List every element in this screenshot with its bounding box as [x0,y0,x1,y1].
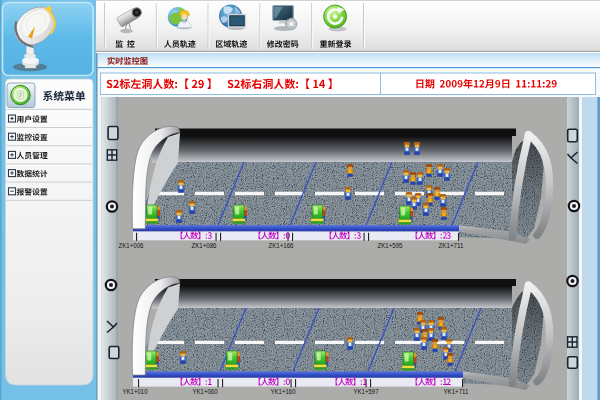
svg-text:ZK1+166: ZK1+166 [269,241,294,250]
svg-text:ZK1+086: ZK1+086 [192,241,217,250]
svg-text:ZK1+711: ZK1+711 [439,241,464,250]
svg-text:YK1+711: YK1+711 [444,387,469,396]
svg-text:ZK1+595: ZK1+595 [378,241,403,250]
svg-text:YK1+060: YK1+060 [193,387,218,396]
svg-text:ZK1+006: ZK1+006 [119,241,144,250]
svg-text:YK1+010: YK1+010 [123,387,148,396]
svg-text:YK1+597: YK1+597 [354,387,379,396]
svg-text:YK1+160: YK1+160 [271,387,296,396]
